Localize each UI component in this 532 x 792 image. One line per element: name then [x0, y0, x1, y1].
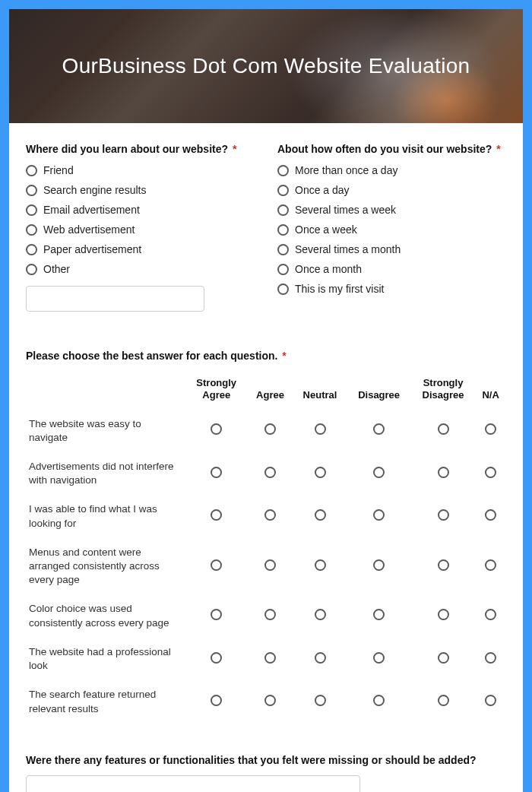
radio-icon[interactable]: [315, 609, 326, 620]
radio-icon[interactable]: [438, 652, 449, 664]
matrix-cell[interactable]: [411, 452, 475, 495]
radio-icon[interactable]: [485, 609, 496, 620]
radio-option[interactable]: Paper advertisement: [26, 243, 255, 255]
matrix-cell[interactable]: [247, 638, 293, 680]
matrix-cell[interactable]: [185, 410, 247, 452]
radio-icon[interactable]: [485, 652, 496, 664]
radio-icon[interactable]: [264, 695, 276, 706]
radio-option[interactable]: Several times a week: [277, 204, 506, 216]
matrix-cell[interactable]: [293, 680, 347, 723]
radio-icon[interactable]: [485, 423, 496, 435]
radio-icon[interactable]: [373, 559, 385, 571]
radio-icon[interactable]: [26, 264, 37, 275]
radio-option[interactable]: Friend: [26, 164, 255, 176]
radio-icon[interactable]: [438, 609, 449, 620]
matrix-cell[interactable]: [247, 495, 293, 537]
matrix-cell[interactable]: [475, 452, 506, 495]
matrix-cell[interactable]: [293, 495, 347, 537]
matrix-cell[interactable]: [347, 594, 410, 637]
matrix-cell[interactable]: [411, 680, 475, 723]
radio-icon[interactable]: [373, 467, 385, 478]
radio-icon[interactable]: [277, 185, 289, 196]
radio-icon[interactable]: [277, 204, 289, 216]
radio-option[interactable]: Several times a month: [277, 243, 506, 255]
radio-icon[interactable]: [211, 652, 222, 664]
radio-icon[interactable]: [438, 467, 449, 478]
radio-icon[interactable]: [264, 559, 276, 571]
matrix-cell[interactable]: [411, 638, 475, 680]
matrix-cell[interactable]: [475, 495, 506, 537]
radio-option[interactable]: Web advertisement: [26, 223, 255, 236]
radio-option[interactable]: Once a month: [277, 263, 506, 275]
radio-icon[interactable]: [211, 509, 222, 521]
radio-icon[interactable]: [26, 165, 37, 176]
radio-option[interactable]: Once a week: [277, 223, 506, 236]
matrix-cell[interactable]: [247, 538, 293, 595]
matrix-cell[interactable]: [247, 594, 293, 637]
radio-icon[interactable]: [373, 509, 385, 521]
matrix-cell[interactable]: [475, 538, 506, 595]
matrix-cell[interactable]: [411, 495, 475, 537]
radio-icon[interactable]: [26, 244, 37, 255]
radio-option[interactable]: Once a day: [277, 184, 506, 196]
radio-icon[interactable]: [315, 695, 326, 706]
radio-option[interactable]: More than once a day: [277, 164, 506, 176]
matrix-cell[interactable]: [293, 594, 347, 637]
matrix-cell[interactable]: [347, 538, 410, 595]
radio-icon[interactable]: [438, 423, 449, 435]
matrix-cell[interactable]: [185, 680, 247, 723]
open-answer-textarea[interactable]: [26, 775, 360, 792]
matrix-cell[interactable]: [293, 538, 347, 595]
matrix-cell[interactable]: [293, 452, 347, 495]
radio-icon[interactable]: [277, 165, 289, 176]
matrix-cell[interactable]: [475, 410, 506, 452]
radio-icon[interactable]: [26, 185, 37, 196]
radio-icon[interactable]: [315, 652, 326, 664]
matrix-cell[interactable]: [247, 410, 293, 452]
radio-icon[interactable]: [211, 695, 222, 706]
radio-icon[interactable]: [264, 509, 276, 521]
matrix-cell[interactable]: [411, 538, 475, 595]
matrix-cell[interactable]: [293, 638, 347, 680]
radio-icon[interactable]: [373, 423, 385, 435]
radio-icon[interactable]: [315, 467, 326, 478]
other-text-input[interactable]: [26, 286, 204, 312]
radio-icon[interactable]: [211, 467, 222, 478]
radio-icon[interactable]: [26, 224, 37, 236]
matrix-cell[interactable]: [185, 594, 247, 637]
matrix-cell[interactable]: [185, 452, 247, 495]
matrix-cell[interactable]: [185, 638, 247, 680]
radio-icon[interactable]: [485, 467, 496, 478]
matrix-cell[interactable]: [411, 410, 475, 452]
matrix-cell[interactable]: [475, 638, 506, 680]
matrix-cell[interactable]: [247, 680, 293, 723]
matrix-cell[interactable]: [347, 680, 410, 723]
matrix-cell[interactable]: [293, 410, 347, 452]
radio-icon[interactable]: [373, 652, 385, 664]
radio-icon[interactable]: [264, 609, 276, 620]
radio-icon[interactable]: [485, 695, 496, 706]
radio-icon[interactable]: [438, 695, 449, 706]
radio-icon[interactable]: [373, 695, 385, 706]
radio-icon[interactable]: [485, 559, 496, 571]
radio-option[interactable]: Email advertisement: [26, 204, 255, 216]
radio-icon[interactable]: [211, 609, 222, 620]
radio-icon[interactable]: [277, 284, 289, 295]
radio-icon[interactable]: [264, 652, 276, 664]
radio-option[interactable]: Search engine results: [26, 184, 255, 196]
radio-icon[interactable]: [315, 423, 326, 435]
radio-option[interactable]: Other: [26, 263, 255, 275]
radio-icon[interactable]: [277, 264, 289, 275]
radio-icon[interactable]: [315, 509, 326, 521]
radio-icon[interactable]: [211, 559, 222, 571]
radio-icon[interactable]: [438, 559, 449, 571]
matrix-cell[interactable]: [185, 538, 247, 595]
matrix-cell[interactable]: [347, 410, 410, 452]
matrix-cell[interactable]: [347, 638, 410, 680]
radio-icon[interactable]: [264, 467, 276, 478]
radio-icon[interactable]: [26, 204, 37, 216]
matrix-cell[interactable]: [347, 495, 410, 537]
matrix-cell[interactable]: [475, 680, 506, 723]
radio-icon[interactable]: [485, 509, 496, 521]
matrix-cell[interactable]: [411, 594, 475, 637]
